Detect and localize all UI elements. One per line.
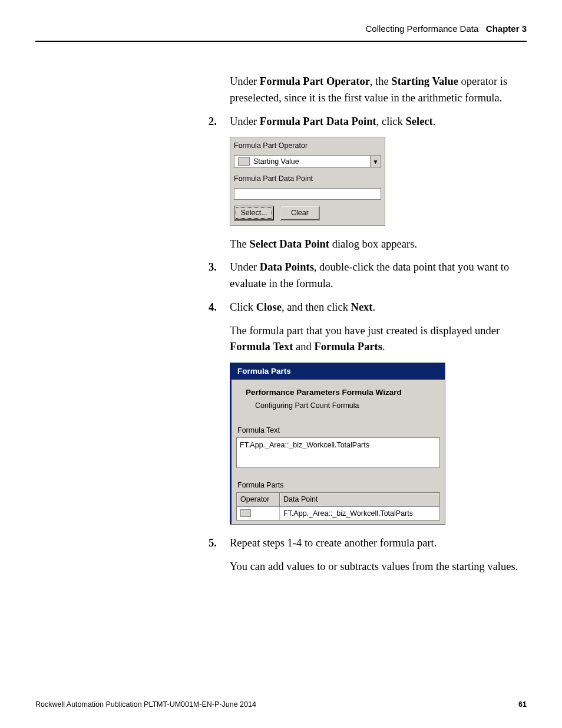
datapoint-input[interactable] [234, 188, 381, 200]
body-content: Under Formula Part Operator, the Startin… [230, 74, 527, 575]
combo-starting-value[interactable]: Starting Value ▼ [234, 155, 381, 168]
col-operator: Operator [236, 492, 280, 507]
page-footer: Rockwell Automation Publication PLTMT-UM… [35, 700, 527, 709]
dialog-titlebar: Formula Parts [232, 363, 445, 380]
wizard-title: Performance Parameters Formula Wizard [232, 380, 445, 400]
label-formula-part-data-point: Formula Part Data Point [230, 170, 385, 186]
step-number: 5. [209, 535, 230, 552]
step-number: 4. [209, 299, 230, 316]
screenshot-formula-parts-dialog: Formula Parts Performance Parameters For… [230, 363, 445, 525]
paragraph-select-dialog: The Select Data Point dialog box appears… [230, 236, 527, 253]
clear-button[interactable]: Clear [280, 206, 320, 220]
label-formula-part-operator: Formula Part Operator [230, 137, 385, 153]
operator-color-swatch [240, 509, 251, 517]
step-number: 2. [209, 114, 230, 130]
header-section: Collecting Performance Data [366, 24, 479, 34]
label-formula-text: Formula Text [232, 423, 445, 437]
step-4: 4. Click Close, and then click Next. [209, 299, 527, 316]
cell-operator [237, 507, 280, 521]
paragraph-formula-displayed: The formula part that you have just crea… [230, 323, 527, 356]
header-chapter: Chapter 3 [486, 24, 527, 34]
page-header: Collecting Performance Data Chapter 3 [35, 24, 527, 34]
operator-color-swatch [238, 157, 250, 166]
formula-text-box[interactable]: FT.App._Area::_biz_Workcell.TotalParts [236, 437, 440, 468]
col-data-point: Data Point [280, 492, 440, 507]
step-number: 3. [209, 259, 230, 292]
wizard-subtitle: Configuring Part Count Formula [232, 400, 445, 423]
combo-text: Starting Value [253, 156, 370, 167]
screenshot-formula-part-panel: Formula Part Operator Starting Value ▼ F… [230, 137, 385, 225]
grid-header: Operator Data Point [236, 492, 440, 507]
header-rule [35, 41, 527, 42]
paragraph-add-values: You can add values to or subtracts value… [230, 559, 527, 575]
select-button[interactable]: Select... [234, 206, 274, 220]
footer-publication: Rockwell Automation Publication PLTMT-UM… [35, 700, 256, 709]
grid-row[interactable]: FT.App._Area::_biz_Workcell.TotalParts [236, 507, 440, 521]
footer-page-number: 61 [518, 700, 527, 709]
chevron-down-icon[interactable]: ▼ [370, 156, 381, 167]
cell-data-point: FT.App._Area::_biz_Workcell.TotalParts [280, 507, 439, 521]
label-formula-parts: Formula Parts [232, 477, 445, 492]
step-3: 3. Under Data Points, double-click the d… [209, 259, 527, 292]
step-2: 2. Under Formula Part Data Point, click … [209, 114, 527, 130]
paragraph-intro: Under Formula Part Operator, the Startin… [230, 74, 527, 107]
step-5: 5. Repeat steps 1-4 to create another fo… [209, 535, 527, 552]
